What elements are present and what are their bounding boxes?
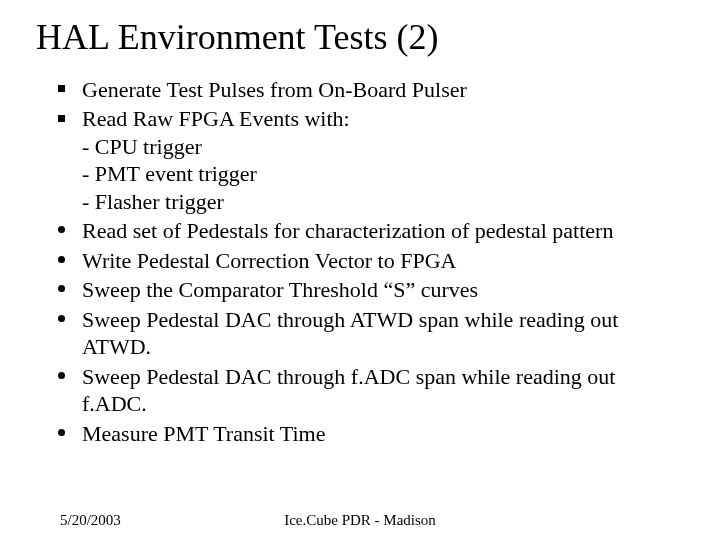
list-item-text: Sweep the Comparator Threshold “S” curve… [82,277,478,302]
slide: HAL Environment Tests (2) Generate Test … [0,0,720,540]
list-item-text: Read set of Pedestals for characterizati… [82,218,613,243]
list-item-text: Read Raw FPGA Events with: [82,106,350,131]
list-item-text: Measure PMT Transit Time [82,421,325,446]
list-subitem: - Flasher trigger [82,188,684,216]
list-item: Read set of Pedestals for characterizati… [58,217,684,245]
list-item: Generate Test Pulses from On-Board Pulse… [58,76,684,104]
list-subitem: - CPU trigger [82,133,684,161]
list-subitem: - PMT event trigger [82,160,684,188]
list-item: Read Raw FPGA Events with: - CPU trigger… [58,105,684,215]
list-item: Sweep Pedestal DAC through ATWD span whi… [58,306,684,361]
list-item: Write Pedestal Correction Vector to FPGA [58,247,684,275]
list-item-text: Generate Test Pulses from On-Board Pulse… [82,77,467,102]
slide-title: HAL Environment Tests (2) [36,18,684,58]
list-item: Measure PMT Transit Time [58,420,684,448]
bullet-list: Generate Test Pulses from On-Board Pulse… [36,76,684,448]
list-item-text: Write Pedestal Correction Vector to FPGA [82,248,456,273]
list-item: Sweep the Comparator Threshold “S” curve… [58,276,684,304]
footer-center: Ice.Cube PDR - Madison [60,512,660,529]
list-item-text: Sweep Pedestal DAC through ATWD span whi… [82,307,618,360]
list-item-text: Sweep Pedestal DAC through f.ADC span wh… [82,364,615,417]
list-item: Sweep Pedestal DAC through f.ADC span wh… [58,363,684,418]
